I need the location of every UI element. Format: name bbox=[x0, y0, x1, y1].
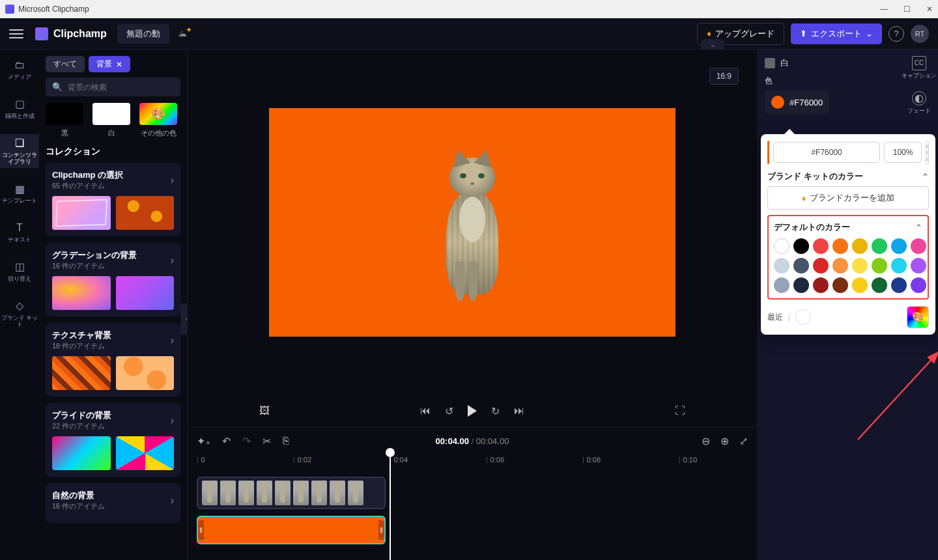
remove-filter-icon[interactable]: ✕ bbox=[116, 60, 122, 69]
collection-card[interactable]: テクスチャ背景18 件のアイテム› bbox=[46, 323, 180, 397]
default-swatch[interactable] bbox=[793, 258, 809, 273]
default-swatch[interactable] bbox=[774, 258, 789, 273]
default-swatch[interactable] bbox=[852, 238, 868, 254]
chevron-up-icon[interactable]: ⌃ bbox=[922, 172, 929, 182]
nav-transitions[interactable]: ◫切り替え bbox=[0, 258, 39, 285]
default-swatch[interactable] bbox=[891, 238, 907, 254]
default-swatch[interactable] bbox=[911, 258, 926, 273]
chevron-right-icon[interactable]: › bbox=[171, 175, 174, 186]
video-preview[interactable] bbox=[269, 108, 675, 337]
default-swatch[interactable] bbox=[774, 277, 789, 293]
bg-other[interactable]: その他の色 bbox=[139, 103, 177, 138]
zoom-in-icon[interactable]: ⊕ bbox=[720, 435, 729, 447]
undo-icon[interactable]: ↶ bbox=[222, 435, 231, 447]
maximize-icon[interactable]: ☐ bbox=[903, 5, 911, 14]
default-swatch[interactable] bbox=[793, 277, 809, 293]
split-icon[interactable]: ✂ bbox=[263, 435, 271, 447]
play-button[interactable] bbox=[468, 405, 477, 417]
minimize-icon[interactable]: — bbox=[880, 5, 888, 14]
folder-icon: 🗀 bbox=[12, 59, 27, 72]
default-swatch[interactable] bbox=[872, 258, 887, 273]
thumbnail[interactable] bbox=[52, 196, 111, 230]
fullscreen-icon[interactable]: ⛶ bbox=[675, 405, 685, 417]
avatar[interactable]: RT bbox=[911, 25, 929, 43]
rewind-icon[interactable]: ↺ bbox=[445, 405, 453, 417]
menu-button[interactable] bbox=[9, 29, 23, 38]
nav-text[interactable]: Tテキスト bbox=[0, 219, 39, 246]
no-color-button[interactable] bbox=[926, 141, 929, 164]
nav-library[interactable]: ❏コンテンツライブラリ bbox=[0, 134, 39, 169]
chevron-right-icon[interactable]: › bbox=[171, 415, 174, 427]
chevron-right-icon[interactable]: › bbox=[171, 495, 174, 507]
thumbnail[interactable] bbox=[116, 276, 175, 310]
default-swatch[interactable] bbox=[793, 238, 809, 254]
duplicate-icon[interactable]: ⎘ bbox=[283, 435, 289, 447]
nav-brandkit[interactable]: ◇ブランド キット bbox=[0, 297, 39, 331]
default-swatch[interactable] bbox=[832, 277, 848, 293]
default-swatch[interactable] bbox=[832, 238, 848, 254]
filter-background[interactable]: 背景✕ bbox=[89, 56, 130, 72]
skip-forward-icon[interactable]: ⏭ bbox=[514, 405, 524, 417]
thumbnail[interactable] bbox=[116, 196, 175, 230]
tab-fade[interactable]: ◐フェード bbox=[907, 91, 931, 115]
default-swatch[interactable] bbox=[872, 238, 887, 254]
default-swatch[interactable] bbox=[891, 277, 907, 293]
collection-card[interactable]: プライドの背景22 件のアイテム› bbox=[46, 403, 180, 477]
bg-white[interactable]: 白 bbox=[92, 103, 130, 138]
collection-card[interactable]: Clipchamp の選択65 件のアイテム› bbox=[46, 163, 180, 236]
nav-record[interactable]: ▢録画と作成 bbox=[0, 95, 39, 122]
recent-swatch[interactable] bbox=[795, 309, 811, 325]
fit-icon[interactable]: ⤢ bbox=[739, 435, 748, 447]
default-swatch[interactable] bbox=[774, 238, 789, 254]
expand-timeline[interactable]: ⌄ bbox=[701, 39, 724, 49]
skip-back-icon[interactable]: ⏮ bbox=[420, 405, 431, 417]
chevron-up-icon[interactable]: ⌃ bbox=[915, 223, 922, 232]
help-button[interactable]: ? bbox=[888, 26, 904, 42]
opacity-input[interactable] bbox=[884, 142, 922, 163]
thumbnail[interactable] bbox=[116, 436, 175, 470]
chevron-right-icon[interactable]: › bbox=[171, 335, 174, 346]
aspect-ratio[interactable]: 16:9 bbox=[709, 68, 739, 85]
default-swatch[interactable] bbox=[891, 258, 907, 273]
zoom-out-icon[interactable]: ⊖ bbox=[702, 435, 710, 447]
collapse-panel-button[interactable]: ‹ bbox=[180, 303, 188, 335]
default-swatch[interactable] bbox=[832, 258, 848, 273]
nav-templates[interactable]: ▦テンプレート bbox=[0, 180, 39, 207]
timeline-ruler[interactable]: 0 0:02 0:04 0:06 0:08 0:10 bbox=[188, 455, 757, 471]
default-swatch[interactable] bbox=[852, 277, 868, 293]
default-swatch[interactable] bbox=[852, 258, 868, 273]
project-name[interactable]: 無題の動 bbox=[117, 24, 169, 44]
mute-icon[interactable]: 🖾 bbox=[259, 405, 270, 417]
search-input-wrapper[interactable]: 🔍 bbox=[46, 77, 180, 96]
color-picker-trigger[interactable]: #F76000 bbox=[765, 91, 829, 114]
background-clip[interactable] bbox=[197, 516, 386, 544]
default-swatch[interactable] bbox=[813, 277, 829, 293]
chevron-right-icon[interactable]: › bbox=[171, 255, 174, 266]
default-swatch[interactable] bbox=[872, 277, 887, 293]
thumbnail[interactable] bbox=[52, 356, 111, 390]
close-icon[interactable]: ✕ bbox=[926, 5, 933, 14]
collection-card[interactable]: グラデーションの背景16 件のアイテム› bbox=[46, 243, 180, 316]
magic-icon[interactable]: ✦₊ bbox=[197, 435, 210, 447]
custom-color-button[interactable] bbox=[907, 306, 929, 328]
thumbnail[interactable] bbox=[52, 276, 111, 310]
video-clip[interactable] bbox=[197, 477, 386, 509]
filter-all[interactable]: すべて bbox=[46, 56, 85, 72]
export-button[interactable]: ⬆ エクスポート ⌄ bbox=[791, 23, 882, 44]
add-brand-color-button[interactable]: ♦ブランドカラーを追加 bbox=[767, 186, 929, 210]
forward-icon[interactable]: ↻ bbox=[491, 405, 500, 417]
bg-black[interactable]: 黒 bbox=[46, 103, 83, 138]
default-swatch[interactable] bbox=[911, 277, 926, 293]
thumbnail[interactable] bbox=[116, 356, 175, 390]
playhead[interactable] bbox=[390, 453, 391, 560]
hex-input[interactable] bbox=[773, 142, 880, 163]
tab-captions[interactable]: CCキャプション bbox=[902, 56, 937, 79]
collection-card[interactable]: 自然の背景16 件のアイテム› bbox=[46, 483, 180, 523]
search-input[interactable] bbox=[68, 83, 174, 92]
nav-media[interactable]: 🗀メディア bbox=[0, 56, 39, 83]
thumbnail[interactable] bbox=[52, 436, 111, 470]
default-swatch[interactable] bbox=[813, 258, 829, 273]
default-swatch[interactable] bbox=[911, 238, 926, 254]
redo-icon[interactable]: ↷ bbox=[242, 435, 251, 447]
default-swatch[interactable] bbox=[813, 238, 829, 254]
